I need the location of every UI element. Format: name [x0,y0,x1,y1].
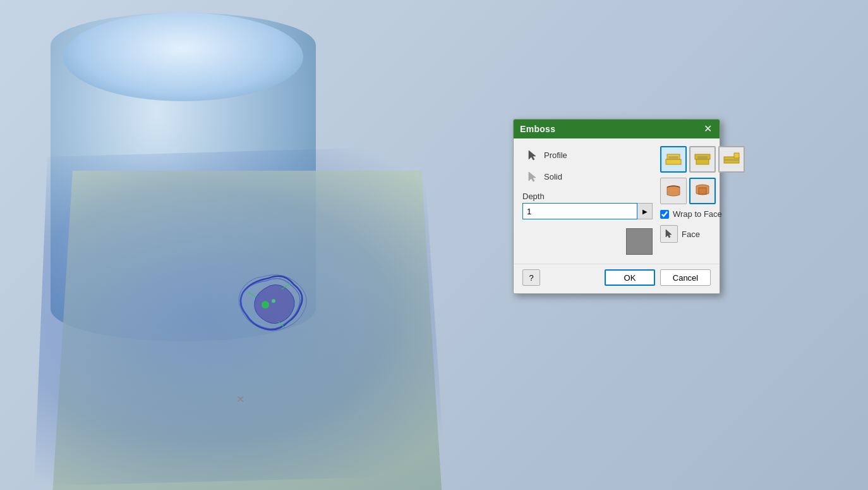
solid-label: Solid [544,172,562,181]
svg-line-3 [248,292,256,297]
profile-label: Profile [544,150,567,160]
cancel-button[interactable]: Cancel [660,269,711,286]
depth-input-row: ▶ [522,203,653,219]
svg-rect-16 [699,188,706,194]
emboss-scribe-icon [723,152,740,167]
svg-marker-14 [734,153,739,158]
emboss-type-3-button[interactable] [718,146,745,173]
wrap-curved-icon [665,182,682,200]
dialog-titlebar: Emboss ✕ [514,119,720,138]
face-selector-button[interactable] [660,225,678,243]
wrap-mode-2-button[interactable] [689,178,716,204]
ok-button[interactable]: OK [605,269,655,286]
wrap-flat-icon [694,182,711,200]
emboss-raised-icon [665,152,682,167]
profile-icon-box [525,148,539,162]
emboss-dialog: Emboss ✕ Profile S [513,119,720,294]
profile-row: Profile [522,146,653,164]
svg-point-1 [272,299,275,303]
cursor-icon [526,149,538,161]
wrap-to-face-label: Wrap to Face [673,209,722,219]
wrap-to-face-row: Wrap to Face [660,209,745,219]
face-label: Face [682,230,700,239]
svg-rect-10 [696,159,709,164]
face-row: Face [660,225,745,243]
emboss-type-row [660,146,745,173]
svg-point-0 [262,301,269,309]
dialog-body: Profile Solid Depth ▶ [514,138,720,264]
close-button[interactable]: ✕ [702,124,713,134]
depth-preview-box [626,228,653,255]
help-button[interactable]: ? [522,269,540,286]
depth-section: Depth ▶ [522,192,653,219]
left-column: Profile Solid Depth ▶ [522,146,653,255]
cursor-small-icon [663,228,675,240]
wrap-to-face-checkbox[interactable] [660,210,669,219]
svg-rect-5 [666,159,681,164]
emboss-type-2-button[interactable] [689,146,716,173]
solid-cursor-icon [526,171,538,182]
emboss-shape [224,266,325,348]
depth-arrow-button[interactable]: ▶ [637,203,653,219]
emboss-type-1-button[interactable] [660,146,687,173]
solid-row: Solid [522,168,653,185]
depth-label: Depth [522,192,653,201]
dialog-footer: ? OK Cancel [514,264,720,293]
wrap-mode-1-button[interactable] [660,178,687,204]
cylinder-top [63,13,303,101]
emboss-flat-icon [694,152,711,167]
solid-icon-box [525,169,539,183]
right-column: Wrap to Face Face [660,146,745,255]
wrap-mode-row [660,178,745,204]
dialog-title: Emboss [520,124,555,134]
depth-input[interactable] [522,203,637,219]
cross-marker: ✕ [236,395,244,405]
